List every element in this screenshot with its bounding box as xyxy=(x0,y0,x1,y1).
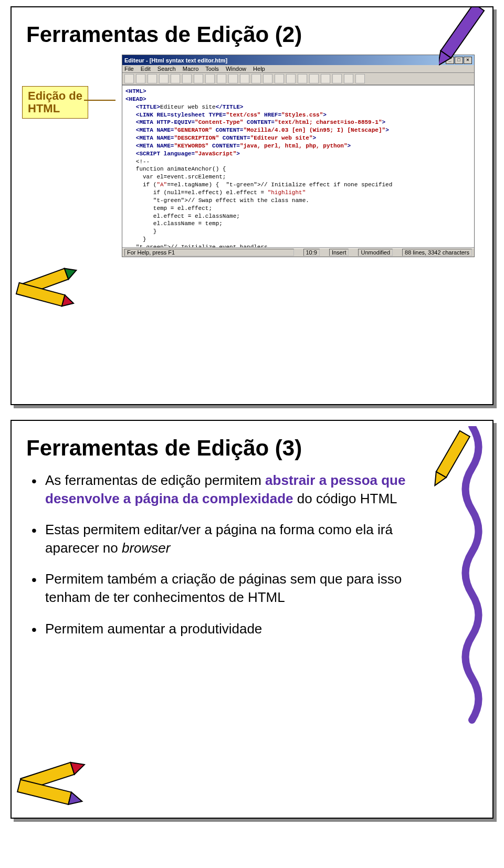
toolbar-button[interactable] xyxy=(194,74,203,83)
menu-edit[interactable]: Edit xyxy=(141,66,151,72)
menu-window[interactable]: Window xyxy=(226,66,246,72)
toolbar-button[interactable] xyxy=(344,74,353,83)
bullet-text: Estas permitem editar/ver a página na fo… xyxy=(45,522,393,556)
svg-rect-10 xyxy=(17,779,71,804)
toolbar-button[interactable] xyxy=(321,74,330,83)
toolbar-button[interactable] xyxy=(332,74,342,83)
slide-title: Ferramentas de Edição (2) xyxy=(26,22,478,47)
bullet-list: As ferramentas de edição permitem abstra… xyxy=(26,471,436,638)
svg-marker-9 xyxy=(70,758,86,774)
status-stats: 88 lines, 3342 characters xyxy=(402,249,472,256)
status-pos: 10:9 xyxy=(303,249,320,256)
svg-marker-1 xyxy=(65,265,78,280)
svg-rect-0 xyxy=(20,269,68,295)
toolbar-button[interactable] xyxy=(148,74,157,83)
slide-1: Ferramentas de Edição (2) Edição de HTML… xyxy=(10,6,494,405)
toolbar-button[interactable] xyxy=(171,74,180,83)
crayon-icon xyxy=(10,742,102,819)
toolbar-button[interactable] xyxy=(240,74,249,83)
svg-rect-8 xyxy=(20,763,75,791)
status-modified: Unmodified xyxy=(358,249,393,256)
toolbar-button[interactable] xyxy=(217,74,226,83)
svg-marker-11 xyxy=(68,792,83,808)
statusbar: For Help, press F1 10:9 Insert Unmodifie… xyxy=(122,248,474,257)
svg-rect-2 xyxy=(16,283,65,306)
toolbar-button[interactable] xyxy=(182,74,192,83)
toolbar-button[interactable] xyxy=(309,74,319,83)
toolbar-button[interactable] xyxy=(251,74,261,83)
toolbar-button[interactable] xyxy=(286,74,296,83)
menu-search[interactable]: Search xyxy=(158,66,176,72)
code-area[interactable]: <HTML> <HEAD> <TITLE>Editeur web site</T… xyxy=(122,85,474,248)
slide-2: Ferramentas de Edição (3) As ferramentas… xyxy=(10,420,494,819)
bullet-item: Permitem aumentar a produtividade xyxy=(32,620,436,638)
toolbar-button[interactable] xyxy=(275,74,284,83)
menubar[interactable]: File Edit Search Macro Tools Window Help xyxy=(122,65,474,73)
squiggle-decoration xyxy=(459,426,485,731)
toolbar-button[interactable] xyxy=(263,74,272,83)
crayon-icon xyxy=(10,249,90,322)
window-controls[interactable]: _□× xyxy=(445,56,472,64)
bullet-item: Permitem também a criação de páginas sem… xyxy=(32,570,436,607)
minimize-icon[interactable]: _ xyxy=(446,57,454,64)
toolbar-button[interactable] xyxy=(159,74,169,83)
close-icon[interactable]: × xyxy=(464,57,472,64)
menu-help[interactable]: Help xyxy=(253,66,265,72)
bullet-text: Permitem também a criação de páginas sem… xyxy=(45,571,402,605)
maximize-icon[interactable]: □ xyxy=(455,57,463,64)
bullet-item: Estas permitem editar/ver a página na fo… xyxy=(32,521,436,557)
html-edit-label: Edição de HTML xyxy=(22,86,88,119)
bullet-italic: browser xyxy=(122,540,170,556)
toolbar-button[interactable] xyxy=(136,74,145,83)
editor-window: Editeur - [Html syntax text editor.htm] … xyxy=(122,55,475,257)
bullet-text: As ferramentas de edição permitem xyxy=(45,472,265,488)
bullet-item: As ferramentas de edição permitem abstra… xyxy=(32,471,436,508)
status-help: For Help, press F1 xyxy=(124,249,294,256)
window-title: Editeur - [Html syntax text editor.htm] xyxy=(124,57,227,63)
toolbar-button[interactable] xyxy=(228,74,238,83)
slide-title: Ferramentas de Edição (3) xyxy=(26,436,478,461)
bullet-text: do código HTML xyxy=(293,491,397,506)
menu-macro[interactable]: Macro xyxy=(183,66,199,72)
menu-tools[interactable]: Tools xyxy=(205,66,219,72)
svg-marker-3 xyxy=(62,295,75,309)
window-titlebar: Editeur - [Html syntax text editor.htm] … xyxy=(122,55,474,65)
toolbar[interactable] xyxy=(122,73,474,85)
toolbar-button[interactable] xyxy=(205,74,215,83)
toolbar-button[interactable] xyxy=(355,74,365,83)
toolbar-button[interactable] xyxy=(298,74,307,83)
status-mode: Insert xyxy=(329,249,349,256)
slide-content: As ferramentas de edição permitem abstra… xyxy=(26,471,478,638)
toolbar-button[interactable] xyxy=(124,74,134,83)
menu-file[interactable]: File xyxy=(124,66,134,72)
bullet-text: Permitem aumentar a produtividade xyxy=(45,621,262,637)
callout-line xyxy=(84,100,116,101)
